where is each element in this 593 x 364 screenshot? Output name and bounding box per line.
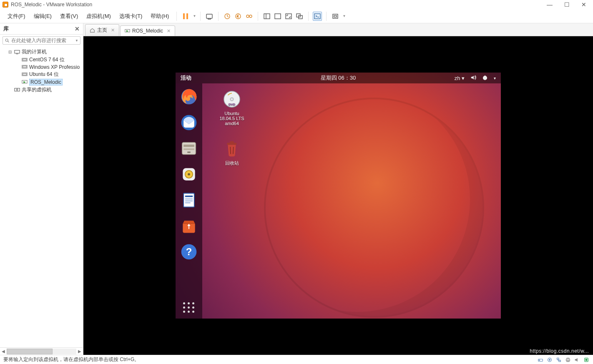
menu-tabs[interactable]: 选项卡(T) [116, 11, 146, 22]
power-icon[interactable] [482, 75, 488, 82]
svg-point-51 [231, 98, 233, 100]
gnome-topbar: 活动 星期四 06：30 zh ▾ ▾ [176, 73, 501, 83]
view-unity-button[interactable] [295, 12, 304, 21]
tree-label: Ubuntu 64 位 [29, 71, 59, 78]
tray-usb-icon[interactable] [583, 356, 590, 363]
tab-rosmelodic[interactable]: ROS_Melodic ✕ [120, 25, 175, 36]
search-dropdown-icon[interactable]: ▼ [75, 39, 78, 43]
maximize-button[interactable]: ☐ [564, 1, 570, 8]
tree-label: Windows XP Professio [29, 64, 80, 70]
svg-rect-45 [185, 201, 193, 201]
menu-view[interactable]: 查看(V) [57, 11, 81, 22]
svg-rect-37 [183, 148, 194, 150]
sidebar-hscroll[interactable]: ◀▶ [0, 347, 83, 355]
stretch-dropdown-icon[interactable]: ▼ [342, 14, 346, 18]
svg-rect-54 [230, 141, 234, 143]
dock-files-icon[interactable] [179, 138, 199, 158]
view-fullscreen-button[interactable] [284, 12, 293, 21]
activities-button[interactable]: 活动 [181, 74, 191, 82]
tray-network-icon[interactable] [555, 356, 562, 363]
svg-point-58 [539, 360, 540, 361]
desktop-trash-icon[interactable]: 回收站 [213, 138, 251, 166]
tree-item-rosmelodic[interactable]: ROS_Melodic [0, 78, 83, 86]
svg-rect-36 [183, 145, 194, 147]
snapshot-manager-button[interactable] [244, 12, 254, 21]
menubar: 文件(F) 编辑(E) 查看(V) 虚拟机(M) 选项卡(T) 帮助(H) ▼ … [0, 9, 593, 23]
titlebar: ROS_Melodic - VMware Workstation — ☐ ✕ [0, 0, 593, 9]
dock-firefox-icon[interactable] [179, 87, 199, 107]
dock-rhythmbox-icon[interactable] [179, 164, 199, 184]
pause-button[interactable] [181, 12, 190, 21]
dock-help-icon[interactable]: ? [179, 242, 199, 262]
tab-label: ROS_Melodic [132, 28, 163, 34]
snapshot-revert-button[interactable] [234, 12, 243, 21]
library-search[interactable]: ▼ [3, 36, 80, 45]
tabbar: 主页 ✕ ROS_Melodic ✕ [83, 23, 593, 36]
view-split-button[interactable] [262, 12, 271, 21]
svg-rect-24 [23, 73, 27, 75]
svg-rect-61 [557, 358, 559, 359]
clock[interactable]: 星期四 06：30 [321, 74, 356, 82]
tree-item-winxp[interactable]: Windows XP Professio [0, 64, 83, 70]
tray-printer-icon[interactable] [565, 356, 571, 363]
tree-root-shared[interactable]: 共享的虚拟机 [0, 86, 83, 94]
tree-label: 我的计算机 [22, 48, 47, 55]
volume-icon[interactable] [470, 75, 476, 82]
search-icon [5, 38, 10, 43]
menu-edit[interactable]: 编辑(E) [30, 11, 55, 22]
svg-point-5 [246, 15, 249, 18]
system-menu-caret-icon[interactable]: ▾ [494, 76, 496, 80]
svg-point-28 [16, 89, 18, 90]
tab-home[interactable]: 主页 ✕ [85, 24, 119, 36]
svg-rect-27 [15, 88, 20, 91]
tree-label: ROS_Melodic [29, 79, 63, 85]
console-view-button[interactable] [313, 12, 322, 21]
svg-text:?: ? [186, 246, 192, 257]
library-title: 库 [3, 25, 9, 33]
tree-root-mycomputer[interactable]: ⊟ 我的计算机 [0, 48, 83, 56]
menu-vm[interactable]: 虚拟机(M) [83, 11, 114, 22]
view-single-button[interactable] [273, 12, 282, 21]
svg-rect-2 [206, 14, 212, 18]
menu-help[interactable]: 帮助(H) [147, 11, 172, 22]
svg-rect-46 [185, 203, 191, 203]
input-lang[interactable]: zh ▾ [455, 75, 465, 81]
stretch-button[interactable] [331, 12, 340, 21]
vm-icon [22, 72, 28, 77]
dock-writer-icon[interactable] [179, 190, 199, 210]
library-close-button[interactable]: ✕ [75, 25, 80, 32]
svg-rect-22 [23, 66, 27, 68]
home-icon [90, 28, 95, 33]
send-ctrl-alt-del-button[interactable] [205, 12, 214, 21]
tab-close-icon[interactable]: ✕ [167, 28, 171, 34]
search-input[interactable] [11, 38, 74, 43]
tray-cd-icon[interactable] [546, 356, 553, 363]
vm-console[interactable]: 活动 星期四 06：30 zh ▾ ▾ [83, 36, 593, 355]
tray-hdd-icon[interactable] [537, 356, 544, 363]
tray-sound-icon[interactable] [574, 356, 580, 363]
tab-close-icon[interactable]: ✕ [111, 28, 115, 33]
svg-rect-14 [333, 14, 338, 18]
svg-rect-42 [183, 193, 194, 207]
dvd-label-1: Ubuntu [213, 111, 251, 116]
dock-software-icon[interactable] [179, 216, 199, 236]
svg-rect-10 [286, 14, 291, 19]
tree-item-centos[interactable]: CentOS 7 64 位 [0, 56, 83, 64]
minimize-button[interactable]: — [547, 1, 553, 8]
close-button[interactable]: ✕ [581, 1, 586, 8]
svg-rect-15 [334, 15, 337, 17]
desktop-dvd-icon[interactable]: DVD Ubuntu 18.04.5 LTS amd64 [213, 89, 251, 126]
status-text: 要将输入定向到该虚拟机，请在虚拟机内部单击或按 Ctrl+G。 [3, 356, 139, 363]
tab-label: 主页 [97, 27, 107, 34]
snapshot-button[interactable] [223, 12, 232, 21]
tree-item-ubuntu[interactable]: Ubuntu 64 位 [0, 70, 83, 78]
dock-apps-grid-icon[interactable] [183, 302, 195, 313]
vmware-logo-icon [3, 2, 8, 8]
svg-rect-67 [585, 359, 587, 361]
statusbar: 要将输入定向到该虚拟机，请在虚拟机内部单击或按 Ctrl+G。 [0, 355, 593, 364]
menu-file[interactable]: 文件(F) [4, 11, 29, 22]
vm-icon [22, 58, 28, 63]
ubuntu-desktop[interactable]: 活动 星期四 06：30 zh ▾ ▾ [176, 73, 501, 319]
pause-dropdown-icon[interactable]: ▼ [193, 14, 196, 18]
dock-thunderbird-icon[interactable] [179, 113, 199, 133]
